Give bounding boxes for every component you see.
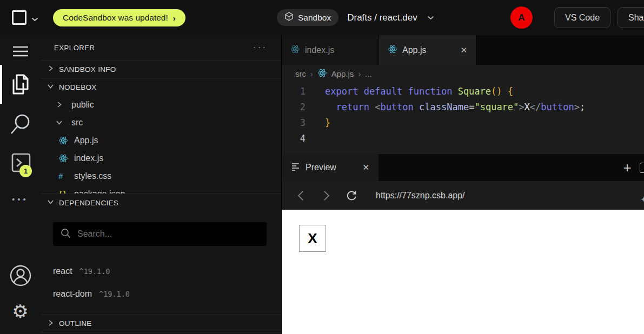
explorer-view-button[interactable]: [0, 72, 41, 99]
code-line-1[interactable]: 1export default function Square() {: [282, 84, 644, 99]
files-icon: [9, 72, 32, 99]
line-content: return <button className="square">X</but…: [325, 99, 585, 115]
update-banner-button[interactable]: CodeSandbox was updated! ›: [53, 9, 185, 26]
dependency-react[interactable]: react^19.1.0: [53, 260, 267, 283]
line-content: export default function Square() {: [325, 84, 513, 99]
dependency-version: ^19.1.0: [79, 267, 110, 276]
section-nodebox[interactable]: NODEBOX: [41, 78, 281, 96]
line-number: 4: [282, 131, 306, 146]
section-dependencies[interactable]: DEPENDENCIES: [41, 193, 281, 211]
forward-button[interactable]: [318, 188, 334, 204]
dependency-react-dom[interactable]: react-dom^19.1.0: [53, 283, 267, 305]
tab-label: index.js: [305, 45, 334, 55]
tree-item-package-json[interactable]: {}package.json: [41, 185, 281, 193]
tree-item-app-js[interactable]: App.js: [41, 131, 281, 149]
terminal-badge: 1: [19, 165, 32, 177]
breadcrumb: src › App.js › ...: [282, 65, 644, 83]
menu-button[interactable]: [0, 45, 41, 59]
breadcrumb-symbol[interactable]: ...: [365, 69, 372, 78]
chevron-right-icon: [47, 65, 54, 74]
breadcrumb-folder[interactable]: src: [295, 69, 306, 78]
avatar[interactable]: A: [510, 6, 533, 29]
chevron-down-icon: [47, 83, 54, 91]
tab-app-js[interactable]: App.js✕: [379, 35, 476, 65]
list-lines-icon: [291, 162, 300, 173]
close-icon[interactable]: ✕: [460, 45, 467, 55]
react-file-icon: [317, 68, 327, 79]
css-hash-icon: #: [58, 171, 70, 181]
codesandbox-window: CodeSandbox was updated! › Sandbox Draft…: [0, 0, 644, 334]
file-name: src: [71, 118, 83, 128]
dependency-search: [53, 222, 267, 246]
explorer-title: EXPLORER: [54, 44, 95, 52]
top-bar: CodeSandbox was updated! › Sandbox Draft…: [0, 0, 644, 35]
cube-icon: [284, 12, 294, 23]
react-file-icon: [290, 44, 300, 56]
account-button[interactable]: [0, 264, 41, 290]
close-icon[interactable]: ✕: [362, 163, 369, 172]
file-name: package.json: [74, 189, 125, 194]
tree-item-index-js[interactable]: index.js: [41, 149, 281, 167]
file-name: styles.css: [74, 171, 111, 181]
dependency-name: react-dom: [53, 289, 92, 299]
hamburger-icon: [12, 45, 29, 59]
chevron-right-icon: ›: [310, 70, 313, 78]
preview-tab[interactable]: Preview ✕: [282, 154, 379, 181]
layout-icon[interactable]: [640, 163, 644, 173]
sandbox-badge[interactable]: Sandbox: [277, 9, 338, 26]
sandbox-badge-label: Sandbox: [298, 13, 331, 23]
codesandbox-logo-icon[interactable]: [12, 10, 26, 25]
settings-button[interactable]: ⚙: [0, 302, 41, 320]
json-braces-icon: {}: [58, 190, 70, 193]
chevron-right-icon: ›: [173, 14, 176, 23]
code-line-3[interactable]: 3}: [282, 115, 644, 131]
file-name: public: [71, 100, 94, 110]
breadcrumb-file[interactable]: App.js: [331, 69, 354, 78]
file-name: App.js: [74, 136, 98, 145]
chevron-down-icon[interactable]: [427, 16, 434, 20]
chevron-right-icon: [47, 319, 54, 328]
vs-code-button[interactable]: VS Code: [554, 7, 610, 28]
file-tree: publicsrcApp.jsindex.js#styles.css{}pack…: [41, 96, 281, 193]
line-number: 3: [282, 115, 306, 131]
tree-item-styles-css[interactable]: #styles.css: [41, 167, 281, 185]
activity-bar: 1 ••• ⚙: [0, 35, 41, 334]
dependency-list: react^19.1.0react-dom^19.1.0: [53, 246, 267, 305]
tree-item-src[interactable]: src: [41, 113, 281, 131]
dependency-search-input[interactable]: [76, 229, 259, 239]
refresh-button[interactable]: [343, 188, 360, 204]
back-button[interactable]: [293, 188, 309, 204]
sparkle-icon[interactable]: ✦: [640, 194, 644, 205]
line-number: 2: [282, 99, 306, 115]
search-view-button[interactable]: [0, 112, 41, 138]
more-views-button[interactable]: •••: [0, 195, 41, 204]
avatar-initial: A: [518, 12, 525, 23]
line-number: 1: [282, 84, 306, 99]
workspace-menu-chevron-icon[interactable]: [31, 14, 38, 24]
preview-url[interactable]: https://77sznp.csb.app/: [376, 191, 465, 201]
tree-item-public[interactable]: public: [41, 96, 281, 113]
search-icon: [61, 228, 71, 241]
add-preview-button[interactable]: +: [615, 159, 640, 176]
workspace-breadcrumb[interactable]: Drafts / react.dev: [347, 12, 417, 23]
section-outline[interactable]: OUTLINE: [41, 315, 281, 332]
file-name: index.js: [74, 153, 103, 163]
code-line-4[interactable]: 4: [282, 131, 644, 146]
square-app-button[interactable]: X: [299, 225, 326, 252]
tab-index-js[interactable]: index.js: [282, 35, 379, 65]
code-line-2[interactable]: 2 return <button className="square">X</b…: [282, 99, 644, 115]
preview-pane: Preview ✕ + https://77sznp.csb.app/ ✦ X: [282, 154, 644, 334]
account-icon: [9, 264, 32, 290]
editor-tab-strip: index.jsApp.js✕: [282, 35, 644, 65]
share-button[interactable]: Share: [618, 7, 644, 28]
explorer-more-button[interactable]: ···: [253, 42, 267, 53]
chevron-down-icon: [56, 119, 68, 126]
explorer-sidebar: EXPLORER ··· SANDBOX INFO NODEBOX public…: [41, 35, 282, 334]
code-editor[interactable]: 1export default function Square() {2 ret…: [282, 83, 644, 146]
chevron-down-icon: [47, 198, 54, 207]
react-file-icon: [58, 136, 70, 145]
update-banner-label: CodeSandbox was updated!: [63, 13, 168, 23]
preview-tab-strip: Preview ✕ +: [282, 154, 644, 181]
chevron-right-icon: [56, 101, 68, 108]
section-sandbox-info[interactable]: SANDBOX INFO: [41, 60, 281, 78]
